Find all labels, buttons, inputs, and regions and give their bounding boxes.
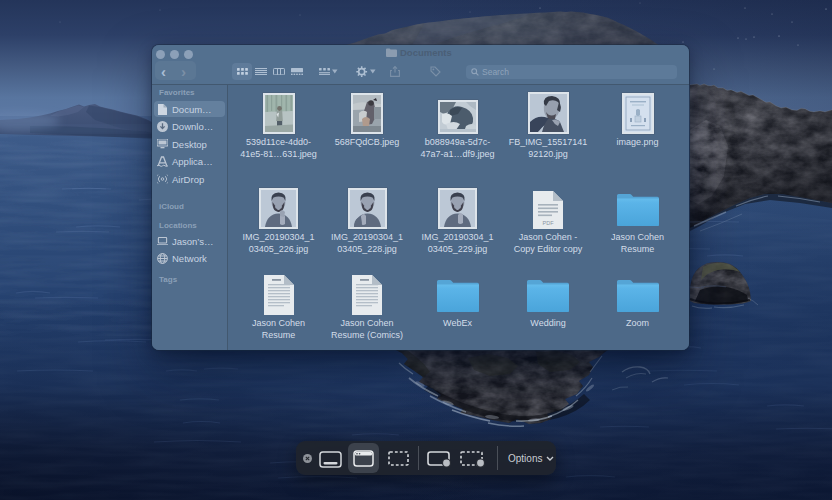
svg-text:PDF: PDF (543, 220, 555, 226)
